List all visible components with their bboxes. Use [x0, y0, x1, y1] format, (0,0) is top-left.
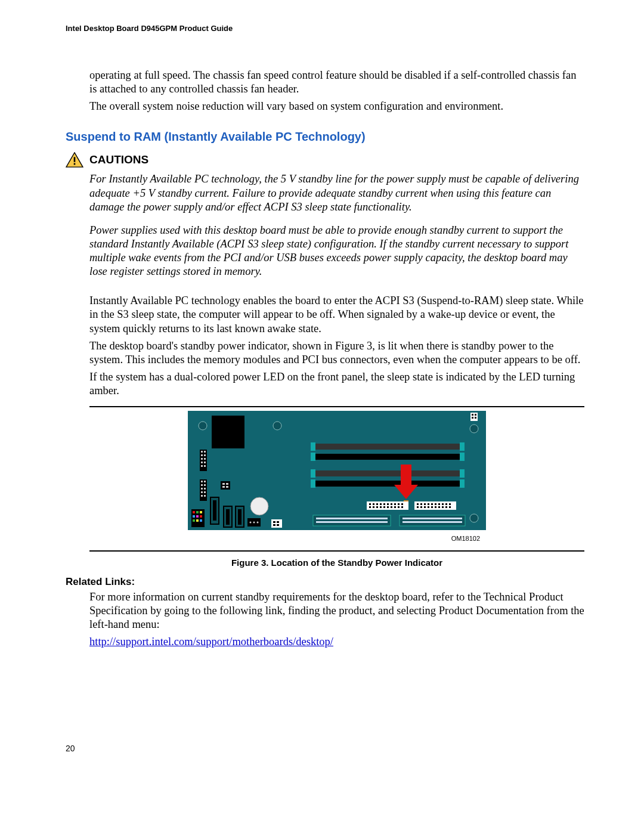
- svg-point-5: [199, 422, 207, 430]
- svg-rect-33: [204, 454, 206, 456]
- svg-rect-4: [212, 416, 244, 448]
- svg-rect-15: [311, 442, 315, 451]
- svg-rect-35: [204, 458, 206, 460]
- support-link[interactable]: http://support.intel.com/support/motherb…: [89, 636, 333, 648]
- svg-rect-58: [196, 511, 199, 513]
- cautions-label: CAUTIONS: [89, 153, 148, 166]
- svg-rect-110: [417, 503, 419, 505]
- svg-rect-92: [376, 503, 378, 505]
- svg-rect-11: [475, 414, 476, 416]
- svg-rect-32: [201, 454, 203, 456]
- svg-rect-54: [222, 486, 225, 488]
- svg-rect-81: [277, 524, 279, 526]
- svg-rect-93: [380, 503, 382, 505]
- svg-rect-61: [196, 515, 199, 518]
- svg-rect-84: [316, 518, 388, 519]
- svg-rect-70: [226, 509, 230, 525]
- svg-rect-116: [438, 503, 440, 505]
- svg-rect-1: [74, 157, 76, 162]
- svg-rect-48: [204, 491, 206, 493]
- svg-rect-60: [193, 515, 195, 518]
- svg-rect-109: [401, 506, 403, 508]
- svg-rect-126: [438, 506, 440, 508]
- svg-rect-18: [311, 453, 315, 461]
- svg-rect-125: [435, 506, 436, 508]
- svg-rect-71: [238, 509, 242, 525]
- svg-rect-129: [449, 506, 451, 508]
- caution-icon: [66, 152, 83, 168]
- svg-rect-16: [460, 442, 465, 451]
- svg-rect-40: [200, 479, 207, 501]
- svg-point-76: [257, 522, 259, 524]
- svg-rect-118: [445, 503, 447, 505]
- svg-rect-17: [313, 454, 462, 460]
- svg-rect-86: [402, 518, 462, 519]
- page-number: 20: [66, 744, 584, 753]
- svg-rect-90: [369, 503, 371, 505]
- svg-rect-29: [200, 450, 207, 471]
- svg-rect-101: [373, 506, 374, 508]
- svg-rect-108: [398, 506, 400, 508]
- svg-rect-41: [201, 481, 203, 482]
- svg-rect-49: [201, 495, 203, 497]
- svg-rect-42: [204, 481, 206, 482]
- related-links-heading: Related Links:: [66, 576, 584, 588]
- svg-rect-106: [391, 506, 392, 508]
- figure-rule-bottom: [89, 550, 584, 552]
- svg-rect-123: [428, 506, 429, 508]
- svg-rect-46: [204, 488, 206, 490]
- svg-rect-99: [401, 503, 403, 505]
- svg-rect-50: [204, 495, 206, 497]
- svg-rect-114: [431, 503, 433, 505]
- svg-rect-21: [311, 469, 315, 478]
- svg-rect-85: [316, 521, 388, 523]
- svg-rect-36: [201, 462, 203, 463]
- svg-rect-20: [313, 470, 462, 476]
- figure-caption: Figure 3. Location of the Standby Power …: [89, 558, 584, 568]
- svg-rect-127: [442, 506, 444, 508]
- svg-rect-97: [394, 503, 396, 505]
- related-links-text: For more information on current standby …: [89, 590, 584, 631]
- svg-rect-19: [460, 453, 465, 461]
- svg-rect-12: [472, 417, 473, 419]
- svg-rect-79: [277, 521, 279, 523]
- svg-rect-39: [204, 465, 206, 467]
- svg-rect-94: [383, 503, 385, 505]
- svg-rect-10: [472, 414, 473, 416]
- svg-rect-115: [435, 503, 436, 505]
- svg-rect-52: [222, 483, 225, 485]
- svg-rect-117: [442, 503, 444, 505]
- svg-rect-111: [420, 503, 422, 505]
- svg-rect-31: [204, 451, 206, 453]
- svg-rect-26: [401, 465, 411, 486]
- svg-rect-77: [271, 519, 282, 528]
- figure-id: OM18102: [188, 535, 486, 542]
- svg-rect-78: [273, 521, 275, 523]
- svg-rect-69: [213, 500, 216, 521]
- svg-point-8: [470, 514, 478, 522]
- svg-rect-44: [204, 484, 206, 486]
- body-paragraph-1: Instantly Available PC technology enable…: [89, 294, 584, 335]
- svg-rect-38: [201, 465, 203, 467]
- svg-rect-62: [200, 515, 202, 518]
- svg-rect-103: [380, 506, 382, 508]
- svg-rect-112: [424, 503, 426, 505]
- svg-rect-105: [387, 506, 389, 508]
- svg-rect-23: [313, 481, 462, 487]
- svg-rect-34: [201, 458, 203, 460]
- svg-rect-88: [367, 501, 408, 510]
- svg-rect-107: [394, 506, 396, 508]
- svg-rect-51: [221, 481, 230, 490]
- svg-rect-87: [402, 521, 462, 523]
- svg-rect-100: [369, 506, 371, 508]
- svg-rect-104: [383, 506, 385, 508]
- svg-point-72: [250, 497, 268, 515]
- svg-rect-113: [428, 503, 429, 505]
- svg-rect-2: [74, 163, 76, 165]
- svg-rect-91: [373, 503, 374, 505]
- body-paragraph-2: The desktop board's standby power indica…: [89, 339, 584, 367]
- caution-text-1: For Instantly Available PC technology, t…: [89, 172, 584, 213]
- svg-rect-57: [193, 511, 195, 513]
- svg-rect-25: [460, 479, 465, 488]
- svg-rect-102: [376, 506, 378, 508]
